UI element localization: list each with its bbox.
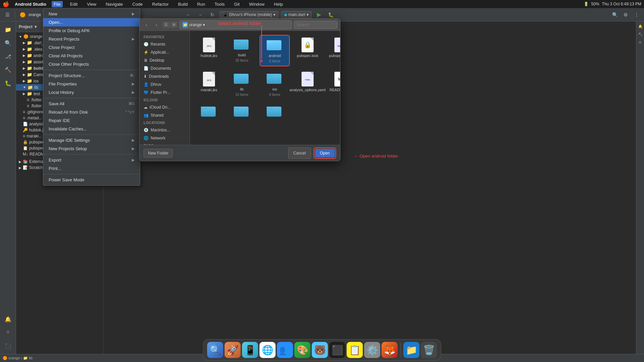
dock-terminal[interactable]: ⬛ [329,342,345,358]
refresh-btn[interactable]: ↻ [208,10,217,19]
menu-export[interactable]: Export ▶ [43,156,140,164]
run-btn[interactable]: ▶ [314,10,324,19]
menu-window[interactable]: Window [247,1,266,7]
file-folder-3b[interactable] [227,102,257,123]
sidebar-dhruv[interactable]: 👤 Dhruv [140,80,190,88]
menu-navigate[interactable]: Navigate [104,1,125,7]
menu-file-props[interactable]: File Properties ▶ [43,80,140,88]
cancel-button[interactable]: Cancel [288,147,311,159]
dock-firefox[interactable]: 🦊 [382,342,398,358]
menu-manage-ide[interactable]: Manage IDE Settings ▶ [43,136,140,144]
forward-btn[interactable]: → [196,10,205,19]
file-selector[interactable]: ◆ main.dart ▾ [281,11,312,18]
dialog-forward-btn[interactable]: › [152,21,160,29]
right-build[interactable]: 🔨 [637,31,644,38]
sidebar-network[interactable]: 🌐 Network [140,134,190,142]
menu-git[interactable]: Git [232,1,242,7]
apple-menu[interactable]: 🍎 [3,1,9,7]
dock-files-app[interactable]: 📁 [404,342,420,358]
menu-code[interactable]: Code [130,1,145,7]
file-hubtok[interactable]: JKS hubtok.jks [194,35,224,66]
device-selector[interactable]: 📱 Dhruv's iPhone (mobile) ▾ [220,11,278,18]
debug-btn[interactable]: 🐛 [326,10,336,19]
menu-power-save[interactable]: Power Save Mode [43,176,140,184]
dialog-back-btn[interactable]: ‹ [142,21,150,29]
file-readme[interactable]: M↓ README.md [325,69,340,99]
dock-notes[interactable]: 📋 [347,342,363,358]
search-toolbar-btn[interactable]: 🔍 [610,10,620,19]
more-btn[interactable]: ⋮ [632,10,641,19]
dock-appstore[interactable]: 📱 [242,342,258,358]
menu-repair[interactable]: Repair IDE [43,116,140,125]
sidebar-recents[interactable]: 🕐 Recents [140,40,190,48]
file-ios[interactable]: ios 8 Items [260,69,290,99]
dock-launchpad[interactable]: 🚀 [225,342,241,358]
dock-system-prefs[interactable]: ⚙️ [364,342,380,358]
dock-flutter[interactable]: 🐻 [312,342,328,358]
menu-file[interactable]: File [52,1,63,7]
menu-close-other[interactable]: Close Other Projects [43,60,140,68]
file-analysis[interactable]: YAML analysis_options.yaml [292,69,323,99]
menu-tools[interactable]: Tools [213,1,227,7]
file-pubspec-yaml[interactable]: YAML pubspec.yaml [325,35,340,66]
grid-view-btn[interactable]: ⊞ [170,21,177,28]
file-android[interactable]: android 8 Items [260,35,290,66]
menu-build[interactable]: Build [176,1,190,7]
menu-new-projects-setup[interactable]: New Projects Setup ▶ [43,144,140,153]
menu-close-project[interactable]: Close Project [43,43,140,52]
file-lib[interactable]: lib 10 Items [227,69,257,99]
sidebar-downloads[interactable]: ⬇ Downloads [140,72,190,80]
open-button[interactable]: Open [315,149,335,158]
menu-profile-apk[interactable]: Profile or Debug APK [43,26,140,35]
activity-vcs[interactable]: ⎇ [3,51,13,62]
dock-zoom[interactable]: 👥 [277,342,293,358]
dock-chrome[interactable]: 🌐 [260,342,276,358]
dock-trash[interactable]: 🗑️ [421,342,437,358]
menu-save-all[interactable]: Save All ⌘S [43,100,140,108]
menu-run[interactable]: Run [195,1,207,7]
dock-finder[interactable]: 🔍 [207,342,223,358]
menu-refactor[interactable]: Refactor [150,1,171,7]
menu-view[interactable]: View [85,1,98,7]
menu-recent-projects[interactable]: Recent Projects ▶ [43,35,140,43]
settings-btn[interactable]: ⚙ [621,10,631,19]
file-folder-3c[interactable] [260,102,290,123]
sidebar-flutter-projects[interactable]: 💙 Flutter Pr... [140,88,190,97]
new-folder-button[interactable]: New Folder [144,149,173,158]
sidebar-desktop[interactable]: 🖥 Desktop [140,56,190,64]
activity-terminal[interactable]: ⬛ [3,341,13,351]
list-view-btn[interactable]: ☰ [162,21,170,28]
file-folder-3a[interactable] [194,102,224,123]
right-settings[interactable]: ⚙ [637,39,644,46]
back-btn[interactable]: ← [183,10,193,19]
menu-new[interactable]: New ▶ [43,10,140,18]
sidebar-applications[interactable]: ⚡ Applicati... [140,48,190,56]
activity-git[interactable]: ⑂ [3,327,13,338]
activity-project[interactable]: 📁 [3,24,13,35]
activity-notifications[interactable]: 🔔 [3,314,13,324]
activity-debug[interactable]: 🐛 [3,78,13,88]
dialog-search-input[interactable] [294,21,337,29]
sidebar-macintosh[interactable]: 💿 Macintos... [140,126,190,134]
file-maraki[interactable]: JKS maraki.jks [194,69,224,99]
file-pubspec-lock[interactable]: 🔒 pubspec.lock [292,35,323,66]
activity-search[interactable]: 🔍 [3,38,13,48]
menu-print[interactable]: Print... [43,164,140,173]
menu-help[interactable]: Help [272,1,285,7]
menu-close-all[interactable]: Close All Projects [43,52,140,60]
sidebar-icloud-drive[interactable]: ☁ iCloud Dri... [140,103,190,111]
menu-structure[interactable]: Project Structure... ⌘; [43,71,140,80]
activity-build[interactable]: 🔨 [3,64,13,75]
right-notifications[interactable]: 🔔 [637,23,644,29]
menu-invalidate[interactable]: Invalidate Caches... [43,125,140,133]
menu-reload[interactable]: Reload All from Disk ⌃⌥Y [43,108,140,116]
menu-local-history[interactable]: Local History ▶ [43,88,140,97]
sidebar-documents[interactable]: 📄 Documents [140,64,190,72]
file-build[interactable]: build 35 Items [227,35,257,66]
project-icon-btn[interactable]: 🟠 [18,10,27,19]
menu-edit[interactable]: Edit [68,1,79,7]
sidebar-shared[interactable]: 👥 Shared [140,111,190,119]
menu-open[interactable]: Open... [43,18,140,26]
menu-toggle-btn[interactable]: ☰ [3,10,12,19]
dock-android-studio[interactable]: 🎨 [294,342,311,358]
